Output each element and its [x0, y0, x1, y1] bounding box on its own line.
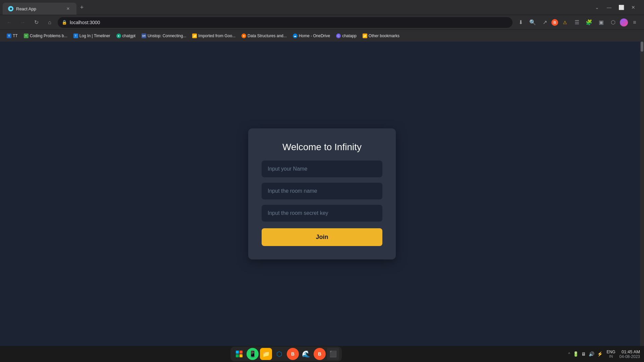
taskbar: 📱 📁 ⬡ B 🌊 B ⬛ ^ 🔋 — [0, 346, 644, 362]
reader-mode-button[interactable]: ☰ — [572, 17, 582, 28]
profile-avatar[interactable] — [620, 18, 628, 26]
new-tab-button[interactable]: + — [76, 2, 87, 13]
bookmark-chatapp-icon: C — [336, 34, 341, 38]
tab-close-button[interactable]: ✕ — [65, 6, 71, 12]
bookmark-imported[interactable]: 📁 Imported from Goo... — [190, 32, 238, 40]
forward-button[interactable]: → — [17, 17, 28, 28]
volume-icon: 🔊 — [589, 351, 594, 357]
bookmark-coding-label: Coding Problems b... — [30, 34, 67, 38]
bookmark-ds[interactable]: ● Data Structures and... — [239, 32, 289, 40]
windows-logo-icon — [234, 349, 244, 359]
bookmark-imported-label: Imported from Goo... — [198, 34, 235, 38]
bookmark-chatgpt-label: chatgpt — [122, 34, 136, 38]
bookmark-chatapp[interactable]: C chatapp — [333, 32, 359, 40]
close-button[interactable]: ✕ — [628, 2, 639, 13]
room-name-input[interactable] — [262, 183, 382, 199]
bookmark-chatgpt-icon: ● — [116, 34, 121, 38]
address-input[interactable] — [70, 20, 508, 25]
bookmark-onedrive-icon: ☁ — [293, 34, 298, 38]
bookmark-other-icon: 📁 — [363, 34, 367, 38]
bookmark-coding[interactable]: + Coding Problems b... — [21, 32, 70, 40]
bookmark-unstop[interactable]: un Unstop: Connecting... — [139, 32, 189, 40]
bookmark-chatgpt[interactable]: ● chatgpt — [114, 32, 138, 40]
bookmark-other[interactable]: 📁 Other bookmarks — [360, 32, 402, 40]
brave2-taskbar-icon[interactable]: B — [314, 348, 326, 360]
sidebar-button[interactable]: ▣ — [596, 17, 606, 28]
wallet-button[interactable]: ⬡ — [608, 17, 619, 28]
bookmark-onedrive[interactable]: ☁ Home - OneDrive — [290, 32, 333, 40]
title-bar: ⚛ React App ✕ + ⌄ — ⬜ ✕ — [0, 0, 644, 15]
back-button[interactable]: ← — [4, 17, 15, 28]
brave-alert-icon[interactable]: ⚠ — [559, 17, 570, 28]
share-button[interactable]: ↗ — [539, 17, 550, 28]
bookmark-ds-label: Data Structures and... — [248, 34, 287, 38]
vscode-taskbar-icon[interactable]: ⬡ — [273, 348, 285, 360]
brave-shield-icon[interactable]: B — [551, 19, 558, 26]
bookmark-ds-icon: ● — [241, 34, 246, 38]
page-content: Welcome to Infinity Join — [0, 42, 644, 346]
nav-bar: ← → ↻ ⌂ 🔒 ⬇ 🔍 ↗ B ⚠ ☰ 🧩 ▣ ⬡ ≡ — [0, 15, 644, 29]
scrollbar-thumb[interactable] — [641, 42, 643, 52]
window-controls: ⌄ — ⬜ ✕ — [589, 2, 641, 13]
clock-time: 01:45 AM — [620, 349, 640, 354]
reload-button[interactable]: ↻ — [31, 17, 42, 28]
bookmark-timeliner-label: Log In | Timeliner — [79, 34, 110, 38]
browser-window: ⚛ React App ✕ + ⌄ — ⬜ ✕ ← → ↻ ⌂ 🔒 ⬇ 🔍 ↗ … — [0, 0, 644, 362]
bookmark-imported-icon: 📁 — [192, 34, 197, 38]
scrollbar[interactable] — [640, 42, 644, 346]
extensions-button[interactable]: 🧩 — [584, 17, 594, 28]
clock-date: 04-08-2023 — [620, 354, 640, 359]
windows-start-button[interactable] — [233, 348, 245, 360]
system-tray: ^ 🔋 🖥 🔊 ⚡ — [568, 351, 603, 357]
network-icon: 🖥 — [581, 351, 586, 357]
bookmark-tt-icon: T — [7, 34, 11, 38]
download-button[interactable]: ⬇ — [515, 17, 526, 28]
brave-taskbar-icon[interactable]: B — [287, 348, 299, 360]
charging-icon: ⚡ — [597, 351, 603, 357]
minimize-button[interactable]: — — [604, 2, 614, 13]
bookmark-timeliner[interactable]: T Log In | Timeliner — [71, 32, 113, 40]
language-code: ENG — [607, 350, 615, 354]
tab-favicon: ⚛ — [8, 6, 13, 11]
bookmark-unstop-label: Unstop: Connecting... — [148, 34, 186, 38]
secure-icon: 🔒 — [62, 20, 67, 25]
files-taskbar-icon[interactable]: 📁 — [260, 348, 272, 360]
zoom-button[interactable]: 🔍 — [527, 17, 538, 28]
tab-title: React App — [16, 6, 62, 11]
tray-chevron-icon[interactable]: ^ — [568, 352, 570, 356]
menu-button[interactable]: ≡ — [629, 17, 640, 28]
language-region: IN — [607, 354, 615, 358]
language-indicator[interactable]: ENG IN — [607, 350, 615, 358]
taskbar-right: ^ 🔋 🖥 🔊 ⚡ ENG IN 01:45 AM 04-08-2023 — [568, 349, 640, 359]
taskbar-center: 📱 📁 ⬡ B 🌊 B ⬛ — [230, 347, 342, 361]
bookmark-chatapp-label: chatapp — [342, 34, 357, 38]
edge-taskbar-icon[interactable]: 🌊 — [300, 348, 312, 360]
chevron-down-button[interactable]: ⌄ — [592, 2, 602, 13]
nav-actions: ⬇ 🔍 ↗ B ⚠ ☰ 🧩 ▣ ⬡ ≡ — [515, 17, 640, 28]
bookmark-unstop-icon: un — [142, 34, 146, 38]
bookmark-onedrive-label: Home - OneDrive — [299, 34, 330, 38]
active-tab[interactable]: ⚛ React App ✕ — [3, 3, 76, 15]
maximize-button[interactable]: ⬜ — [616, 2, 627, 13]
login-card: Welcome to Infinity Join — [248, 128, 396, 259]
home-button[interactable]: ⌂ — [44, 17, 55, 28]
name-input[interactable] — [262, 161, 382, 177]
join-button[interactable]: Join — [262, 228, 382, 246]
bookmark-timeliner-icon: T — [73, 34, 78, 38]
bookmark-other-label: Other bookmarks — [369, 34, 399, 38]
bookmarks-bar: T TT + Coding Problems b... T Log In | T… — [0, 29, 644, 42]
battery-icon: 🔋 — [573, 351, 579, 357]
bookmark-tt[interactable]: T TT — [4, 32, 20, 40]
room-secret-input[interactable] — [262, 205, 382, 222]
card-title: Welcome to Infinity — [262, 142, 382, 153]
bookmark-coding-icon: + — [24, 34, 29, 38]
address-bar-container[interactable]: 🔒 — [58, 17, 513, 28]
system-clock[interactable]: 01:45 AM 04-08-2023 — [620, 349, 640, 359]
tab-bar: ⚛ React App ✕ + — [3, 0, 589, 15]
terminal-taskbar-icon[interactable]: ⬛ — [327, 348, 339, 360]
bookmark-tt-label: TT — [13, 34, 18, 38]
whatsapp-taskbar-icon[interactable]: 📱 — [247, 348, 259, 360]
